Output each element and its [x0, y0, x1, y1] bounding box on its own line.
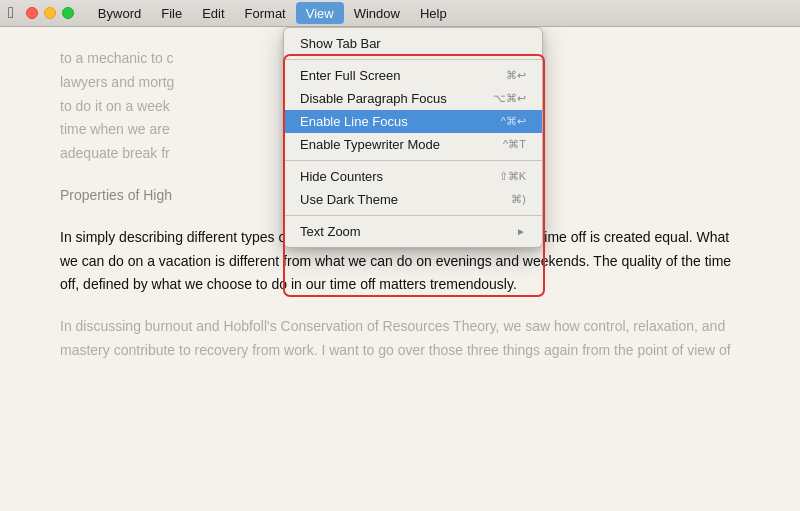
maximize-button[interactable]	[62, 7, 74, 19]
menubar-window[interactable]: Window	[344, 2, 410, 24]
menubar-format[interactable]: Format	[235, 2, 296, 24]
menubar-edit[interactable]: Edit	[192, 2, 234, 24]
menu-item-use-dark-theme[interactable]: Use Dark Theme ⌘)	[284, 188, 542, 211]
menu-separator-3	[284, 215, 542, 216]
view-menu-dropdown: Show Tab Bar Enter Full Screen ⌘↩ Disabl…	[283, 27, 543, 248]
menu-separator-2	[284, 160, 542, 161]
menu-item-text-zoom[interactable]: Text Zoom ►	[284, 220, 542, 243]
close-button[interactable]	[26, 7, 38, 19]
apple-menu[interactable]: 	[8, 4, 14, 22]
menubar-byword[interactable]: Byword	[88, 2, 151, 24]
menu-item-disable-paragraph-focus[interactable]: Disable Paragraph Focus ⌥⌘↩	[284, 87, 542, 110]
menubar-help[interactable]: Help	[410, 2, 457, 24]
menu-item-enable-line-focus[interactable]: Enable Line Focus ^⌘↩	[284, 110, 542, 133]
menubar:  Byword File Edit Format View Window He…	[0, 0, 800, 27]
menubar-file[interactable]: File	[151, 2, 192, 24]
traffic-lights	[26, 7, 74, 19]
minimize-button[interactable]	[44, 7, 56, 19]
content-area: to a mechanic to c... just try getting a…	[0, 27, 800, 511]
menubar-items: Byword File Edit Format View Window Help	[88, 2, 457, 24]
menu-item-enter-full-screen[interactable]: Enter Full Screen ⌘↩	[284, 64, 542, 87]
menu-item-show-tab-bar[interactable]: Show Tab Bar	[284, 32, 542, 55]
menu-separator-1	[284, 59, 542, 60]
submenu-arrow-icon: ►	[516, 226, 526, 237]
menu-item-hide-counters[interactable]: Hide Counters ⇧⌘K	[284, 165, 542, 188]
dropdown-overlay: Show Tab Bar Enter Full Screen ⌘↩ Disabl…	[0, 27, 800, 511]
menubar-view[interactable]: View	[296, 2, 344, 24]
menu-item-enable-typewriter-mode[interactable]: Enable Typewriter Mode ^⌘T	[284, 133, 542, 156]
